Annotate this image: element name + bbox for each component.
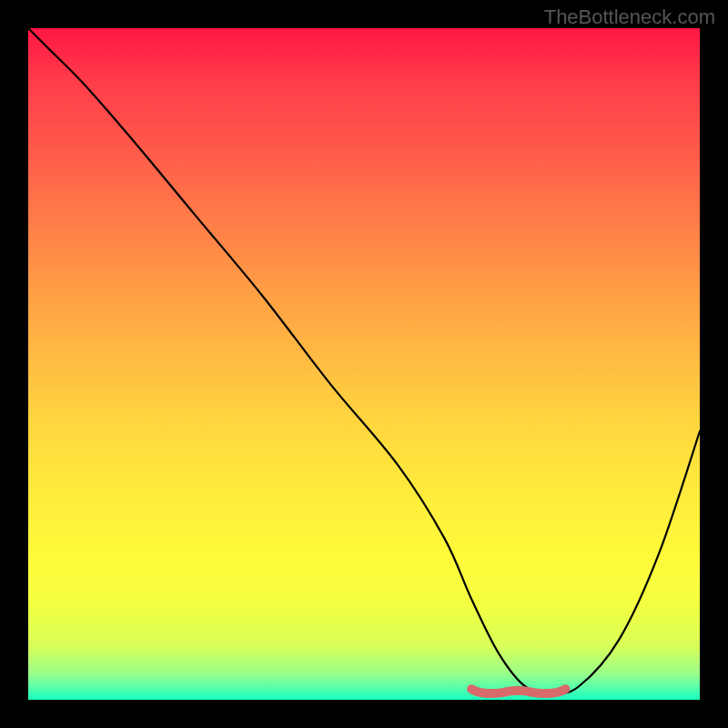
chart-plot-area [28, 28, 700, 700]
curve-svg [28, 28, 700, 700]
watermark-text: TheBottleneck.com [544, 5, 715, 29]
bottleneck-curve-path [28, 28, 700, 693]
flat-highlight-path [471, 689, 565, 693]
